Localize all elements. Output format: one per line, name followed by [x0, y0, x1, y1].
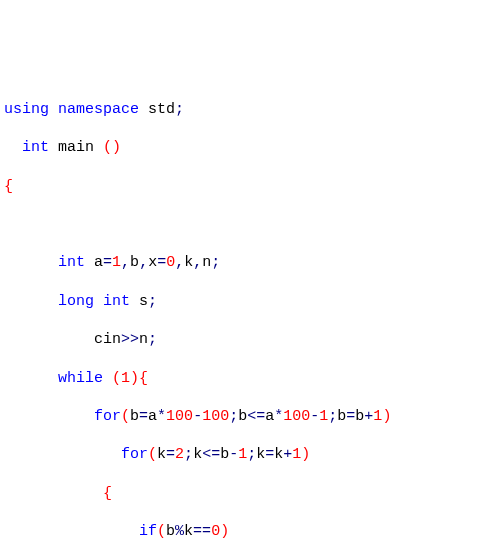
identifier: b [130, 408, 139, 425]
paren: ( [121, 408, 130, 425]
op: = [265, 446, 274, 463]
punct: ; [148, 293, 157, 310]
punct: ; [247, 446, 256, 463]
op: <= [202, 446, 220, 463]
op: <= [247, 408, 265, 425]
code-line: int a=1,b,x=0,k,n; [4, 253, 496, 272]
keyword: long [58, 293, 94, 310]
identifier: k [184, 523, 193, 540]
op: + [283, 446, 292, 463]
punct: ; [328, 408, 337, 425]
code-line: cin>>n; [4, 330, 496, 349]
op: - [229, 446, 238, 463]
code-line: using namespace std; [4, 100, 496, 119]
paren: ( [157, 523, 166, 540]
code-line: while (1){ [4, 369, 496, 388]
identifier: b [238, 408, 247, 425]
op: = [157, 254, 166, 271]
identifier: b [355, 408, 364, 425]
keyword: int [22, 139, 49, 156]
code-line: int main () [4, 138, 496, 157]
identifier: a [265, 408, 274, 425]
identifier: b [166, 523, 175, 540]
number: 2 [175, 446, 184, 463]
identifier: k [184, 254, 193, 271]
code-line [4, 215, 496, 234]
number: 0 [166, 254, 175, 271]
identifier: k [256, 446, 265, 463]
number: 100 [283, 408, 310, 425]
keyword: for [94, 408, 121, 425]
op: = [139, 408, 148, 425]
punct: ; [184, 446, 193, 463]
number: 1 [319, 408, 328, 425]
punct: ; [148, 331, 157, 348]
keyword: for [121, 446, 148, 463]
op: = [346, 408, 355, 425]
punct: , [175, 254, 184, 271]
brace: { [139, 370, 148, 387]
op: == [193, 523, 211, 540]
op: % [175, 523, 184, 540]
number: 100 [202, 408, 229, 425]
keyword: if [139, 523, 157, 540]
keyword: using [4, 101, 49, 118]
op: - [310, 408, 319, 425]
number: 1 [292, 446, 301, 463]
punct: , [121, 254, 130, 271]
code-line: long int s; [4, 292, 496, 311]
punct: , [193, 254, 202, 271]
identifier: cin [94, 331, 121, 348]
code-line: for(k=2;k<=b-1;k=k+1) [4, 445, 496, 464]
identifier: b [220, 446, 229, 463]
keyword: while [58, 370, 103, 387]
op: = [166, 446, 175, 463]
op: + [364, 408, 373, 425]
code-block: using namespace std; int main () { int a… [4, 81, 496, 549]
keyword: namespace [58, 101, 139, 118]
identifier: s [139, 293, 148, 310]
keyword: int [103, 293, 130, 310]
op: * [274, 408, 283, 425]
identifier: n [202, 254, 211, 271]
identifier: n [139, 331, 148, 348]
paren: ( [112, 370, 121, 387]
code-line: if(b%k==0) [4, 522, 496, 541]
identifier: b [337, 408, 346, 425]
identifier: k [157, 446, 166, 463]
identifier: a [148, 408, 157, 425]
paren: ( [148, 446, 157, 463]
number: 1 [121, 370, 130, 387]
number: 1 [112, 254, 121, 271]
paren: ) [112, 139, 121, 156]
op: - [193, 408, 202, 425]
code-line: { [4, 484, 496, 503]
paren: ) [130, 370, 139, 387]
paren: ) [301, 446, 310, 463]
code-line: for(b=a*100-100;b<=a*100-1;b=b+1) [4, 407, 496, 426]
paren: ) [220, 523, 229, 540]
op: >> [121, 331, 139, 348]
number: 1 [238, 446, 247, 463]
punct: ; [211, 254, 220, 271]
identifier: k [274, 446, 283, 463]
brace: { [4, 178, 13, 195]
paren: ) [382, 408, 391, 425]
punct: ; [229, 408, 238, 425]
op: * [157, 408, 166, 425]
identifier: a [94, 254, 103, 271]
number: 100 [166, 408, 193, 425]
code-line: { [4, 177, 496, 196]
identifier: b [130, 254, 139, 271]
punct: ; [175, 101, 184, 118]
keyword: int [58, 254, 85, 271]
identifier: std [148, 101, 175, 118]
paren: ( [103, 139, 112, 156]
identifier: main [58, 139, 94, 156]
identifier: x [148, 254, 157, 271]
identifier: k [193, 446, 202, 463]
brace: { [103, 485, 112, 502]
punct: , [139, 254, 148, 271]
number: 0 [211, 523, 220, 540]
op: = [103, 254, 112, 271]
